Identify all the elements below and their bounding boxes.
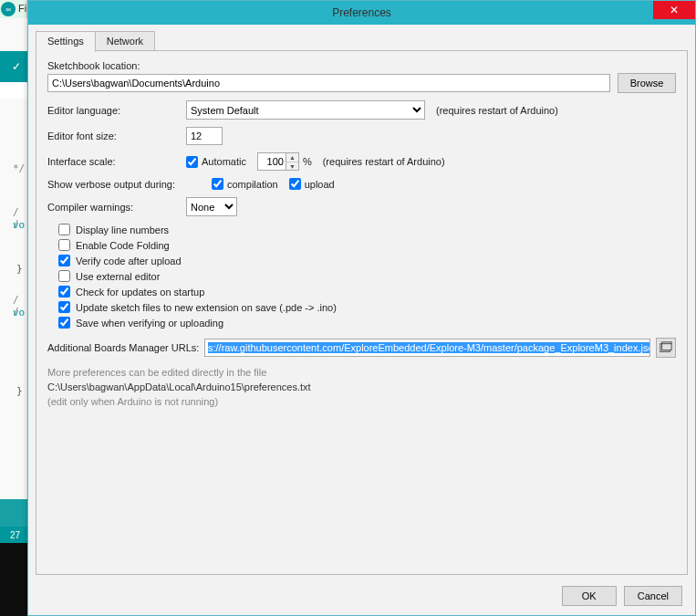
close-icon: ✕ <box>670 4 679 16</box>
ide-tab-bar <box>0 82 30 99</box>
window-icon <box>660 341 672 354</box>
ide-line-indicator: 27 <box>0 527 30 543</box>
more-prefs-hint: (edit only when Arduino is not running) <box>47 396 676 407</box>
use-external-editor-checkbox[interactable] <box>58 270 70 282</box>
boards-manager-urls-label: Additional Boards Manager URLs: <box>47 342 204 353</box>
verify-button[interactable]: ✓ <box>6 57 26 77</box>
tab-network[interactable]: Network <box>95 31 155 52</box>
check-updates-checkbox[interactable] <box>58 286 70 298</box>
arduino-logo-icon: ∞ <box>1 2 16 16</box>
boards-manager-urls-expand-button[interactable] <box>656 338 676 358</box>
dialog-titlebar[interactable]: Preferences ✕ <box>28 1 695 25</box>
percent-label: % <box>303 156 312 167</box>
save-when-verifying-label: Save when verifying or uploading <box>76 318 223 329</box>
check-icon: ✓ <box>12 60 21 73</box>
save-when-verifying-checkbox[interactable] <box>58 317 70 329</box>
restart-hint-scale: (requires restart of Arduino) <box>323 156 445 167</box>
interface-scale-automatic-checkbox[interactable] <box>186 156 198 168</box>
settings-panel: Sketchbook location: Browse Editor langu… <box>36 50 688 575</box>
ok-button[interactable]: OK <box>562 586 617 606</box>
verbose-upload-label: upload <box>305 179 335 190</box>
sketchbook-location-input[interactable] <box>47 74 610 92</box>
update-sketch-ext-checkbox[interactable] <box>58 301 70 313</box>
cancel-button[interactable]: Cancel <box>624 586 682 606</box>
restart-hint-lang: (requires restart of Arduino) <box>436 105 558 116</box>
verify-after-upload-label: Verify code after upload <box>76 256 182 266</box>
use-external-editor-label: Use external editor <box>76 271 160 282</box>
spinner-down-icon[interactable]: ▼ <box>286 162 298 170</box>
verbose-upload-checkbox[interactable] <box>289 178 301 190</box>
ide-code-area: */ / / vo } / / vo } <box>0 99 30 517</box>
enable-code-folding-checkbox[interactable] <box>58 239 70 251</box>
verbose-output-label: Show verbose output during: <box>47 179 212 190</box>
sketchbook-location-label: Sketchbook location: <box>47 60 140 71</box>
dialog-title: Preferences <box>332 6 391 19</box>
interface-scale-input[interactable] <box>258 153 286 170</box>
interface-scale-automatic-label: Automatic <box>202 156 246 167</box>
boards-manager-urls-input[interactable]: s://raw.githubusercontent.com/ExploreEmb… <box>204 339 650 357</box>
interface-scale-label: Interface scale: <box>47 156 186 167</box>
display-line-numbers-label: Display line numbers <box>76 224 169 235</box>
preferences-dialog: Preferences ✕ Settings Network Sketchboo… <box>27 0 696 616</box>
close-button[interactable]: ✕ <box>653 1 695 19</box>
tab-settings[interactable]: Settings <box>36 31 96 52</box>
interface-scale-spinner[interactable]: ▲ ▼ <box>257 152 299 171</box>
compiler-warnings-select[interactable]: None <box>186 197 237 216</box>
editor-font-size-input[interactable] <box>186 127 223 145</box>
editor-language-select[interactable]: System Default <box>186 100 425 120</box>
ide-console <box>0 543 30 616</box>
tab-strip: Settings Network <box>36 30 688 51</box>
update-sketch-ext-label: Update sketch files to new extension on … <box>76 302 337 313</box>
browse-button[interactable]: Browse <box>618 73 676 93</box>
more-prefs-intro: More preferences can be edited directly … <box>47 367 676 378</box>
display-line-numbers-checkbox[interactable] <box>58 224 70 235</box>
more-prefs-path: C:\Users\bagwan\AppData\Local\Arduino15\… <box>47 381 676 392</box>
editor-language-label: Editor language: <box>47 105 186 116</box>
verbose-compilation-label: compilation <box>227 179 278 190</box>
enable-code-folding-label: Enable Code Folding <box>76 240 170 251</box>
compiler-warnings-label: Compiler warnings: <box>47 202 186 213</box>
verbose-compilation-checkbox[interactable] <box>212 178 223 190</box>
ide-status-stripe <box>0 499 30 527</box>
check-updates-label: Check for updates on startup <box>76 287 204 298</box>
spinner-up-icon[interactable]: ▲ <box>286 153 298 162</box>
verify-after-upload-checkbox[interactable] <box>58 255 70 266</box>
editor-font-size-label: Editor font size: <box>47 131 186 141</box>
